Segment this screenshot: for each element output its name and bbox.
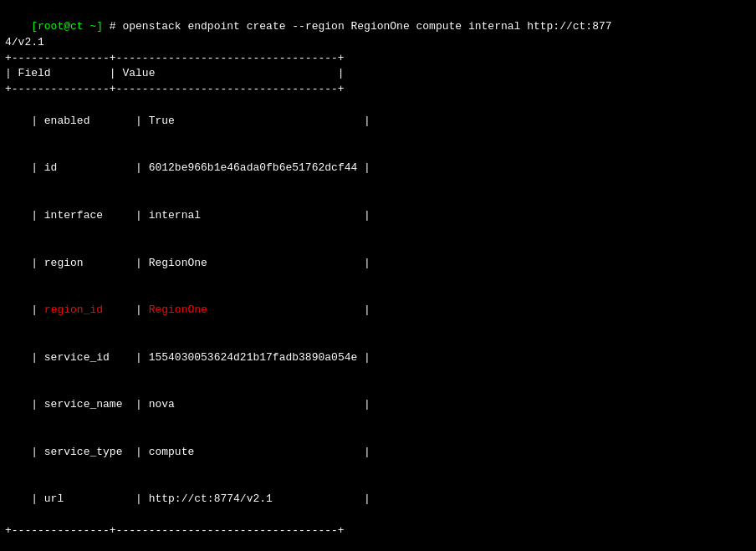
hash-1: # <box>103 20 116 33</box>
command-line-1b: 4/v2.1 <box>5 35 751 51</box>
table1-row-interface: | interface | internal | <box>5 192 751 240</box>
table1-sep-bot: +---------------+-----------------------… <box>5 523 751 539</box>
table1-row-service-type: | service_type | compute | <box>5 429 751 477</box>
terminal-window: [root@ct ~] # openstack endpoint create … <box>0 0 756 551</box>
table1-sep-top: +---------------+-----------------------… <box>5 51 751 67</box>
table1-row-id: | id | 6012be966b1e46ada0fb6e51762dcf44 … <box>5 145 751 193</box>
table1-row-region-id: | region_id | RegionOne | <box>5 287 751 334</box>
command-line-1: [root@ct ~] # openstack endpoint create … <box>5 3 751 35</box>
table1-row-region: | region | RegionOne | <box>5 240 751 288</box>
table1-header: | Field | Value | <box>5 66 751 82</box>
table1-row-service-id: | service_id | 1554030053624d21b17fadb38… <box>5 334 751 382</box>
table1-row-url: | url | http://ct:8774/v2.1 | <box>5 476 751 523</box>
table1-row-service-name: | service_name | nova | <box>5 381 751 429</box>
table1-row-enabled: | enabled | True | <box>5 98 751 145</box>
command-line-2: [root@ct ~] # openstack endpoint create … <box>5 539 751 551</box>
prompt-1: [root@ct ~] <box>31 20 103 33</box>
cmd-1: openstack endpoint create --region Regio… <box>116 20 612 33</box>
table1-sep-mid: +---------------+-----------------------… <box>5 82 751 98</box>
